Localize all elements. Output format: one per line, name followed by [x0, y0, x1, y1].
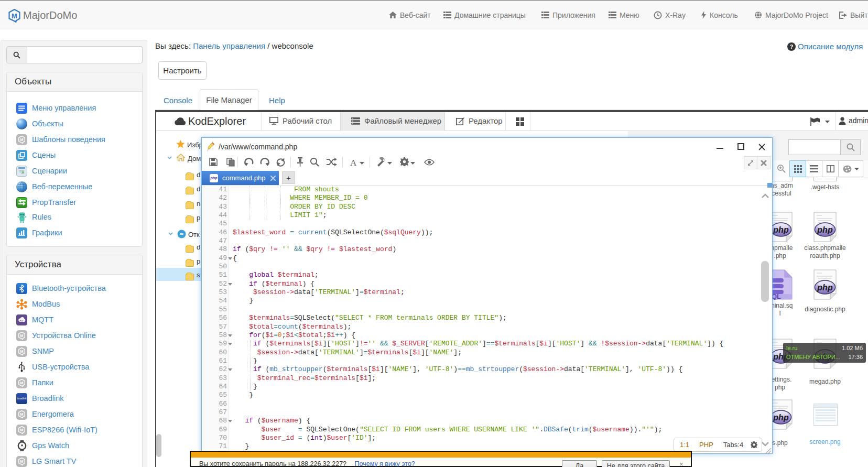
svg-text:M: M: [20, 459, 23, 464]
svg-text:MQTT: MQTT: [19, 320, 24, 322]
svg-text:M: M: [20, 137, 23, 142]
svg-text:M: M: [20, 381, 23, 385]
svg-text:M: M: [20, 428, 23, 432]
svg-text:M: M: [20, 412, 23, 417]
svg-text:?: ?: [790, 44, 794, 50]
svg-text:M: M: [20, 349, 23, 354]
svg-text:broadlink: broadlink: [17, 397, 27, 400]
svg-text:M: M: [20, 333, 23, 338]
svg-text:M: M: [12, 12, 17, 20]
